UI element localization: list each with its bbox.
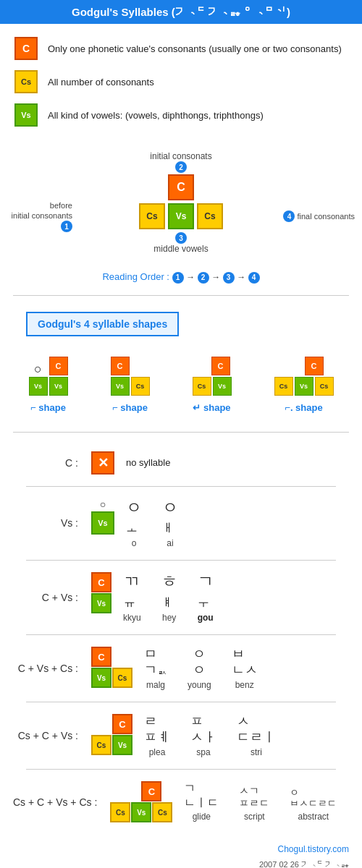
shape1-c: C (49, 357, 68, 375)
example-c-vs: C + Vs : C Vs ㄲㅠ kkyu ㅎㅒ hey ㄱㅜ gou (13, 565, 349, 630)
diagram-top-label: initial consonats 2 (150, 151, 211, 173)
cvscs-c-box: C (91, 647, 111, 667)
c-box: C (14, 37, 38, 60)
legend-item-cs: Cs All number of consonants (14, 70, 348, 93)
cscvs-c-box: C (112, 714, 132, 734)
cs-description: All number of consonants (48, 77, 154, 88)
cvscs-vs-box: Vs (91, 668, 111, 688)
page-header: Godgul's Syllables (ᄀᆞᄃᄀᆞᇙ ᄋᆞᄆᆡ) (0, 0, 362, 24)
shape-1: ○ Vs C Vs ⌐ shape (29, 357, 68, 413)
shape4-empty (285, 357, 303, 375)
vs-samples: ㅇㅗ o ㅇㅐ ai (126, 498, 178, 549)
shape2-label: ⌐ shape (112, 402, 148, 413)
cvscs-samples: ㅁㄱᆳ malg ㅇㅇ young ㅂㄴㅅ benz (144, 647, 258, 690)
ex-cvs-label: C + Vs : (13, 592, 78, 603)
diagram-center: initial consonats 2 C beforeinitial cons… (80, 151, 282, 254)
vs-only-circle: ○ (100, 498, 106, 511)
vs-sample-ai: ㅇㅐ ai (162, 498, 178, 549)
legend-section: C Only one phonetic value's consonants (… (0, 24, 362, 144)
page-title: Godgul's Syllables (ᄀᆞᄃᄀᆞᇙ ᄋᆞᄆᆡ) (72, 6, 290, 18)
diagram-vs-center: Vs (168, 203, 194, 229)
vs-description: All kind of vowels: (vowels, diphthongs,… (48, 110, 264, 121)
examples-section: C : ✕ no syllable Vs : ○ Vs ㅇㅗ o ㅇㅐ a (0, 437, 362, 838)
footer-date: 2007 02 26 ᄀᆞᄃᄀᆞᇙ (0, 859, 362, 868)
shape3-label: ↵ shape (193, 402, 230, 413)
ex-c-label: C : (13, 457, 78, 469)
cscvscs-sample-script: ㅅㄱㅍㄹㄷ script (239, 785, 269, 822)
cvscs-sample-young: ㅇㅇ young (188, 647, 211, 690)
cvscs-sample-malg: ㅁㄱᆳ malg (144, 647, 167, 690)
cvs-sample-kkyu: ㄲㅠ kkyu (123, 572, 141, 623)
cscvs-samples: ㄹㅍㅖ plea ㅍㅅㅏ spa ㅅㄷㄹㅣ stri (144, 714, 276, 757)
reading-order: Reading Order : 1 → 2 → 3 → 4 (0, 261, 362, 291)
example-cs-c-vs: Cs + C + Vs : C Cs Vs ㄹㅍㅖ plea ㅍㅅㅏ (13, 707, 349, 765)
legend-item-vs: Vs All kind of vowels: (vowels, diphthon… (14, 103, 348, 127)
diagram-c-box: C (168, 174, 194, 200)
circle-2: 2 (175, 161, 187, 173)
diagram-cs-left: Cs (139, 203, 165, 229)
legend-item-c: C Only one phonetic value's consonants (… (14, 37, 348, 60)
cs-box: Cs (14, 70, 38, 93)
example-cs-c-vs-cs: Cs + C + Vs + Cs : C Cs Vs Cs ㄱㄴㅣㄷ glide (13, 774, 349, 830)
diagram-right-label: 4 final consonants (283, 210, 355, 222)
cvs-c-box: C (91, 572, 111, 592)
shape4-label: ⌐. shape (285, 402, 322, 413)
shape-4: C Cs Vs Cs ⌐. shape (274, 357, 334, 413)
cvscs-cs-box: Cs (112, 668, 132, 688)
diagram-cs-right: Cs (197, 203, 223, 229)
example-c-only: C : ✕ no syllable (13, 444, 349, 482)
divider-2 (13, 432, 349, 433)
shape-3: C Cs Vs ↵ shape (193, 357, 232, 413)
shape4-c: C (305, 357, 324, 375)
shape2-cs: Cs (131, 377, 150, 396)
ex-c-note: no syllable (126, 457, 170, 468)
shape1-vs-left: Vs (29, 377, 48, 396)
divider-1 (13, 295, 349, 296)
cscvs-sample-stri: ㅅㄷㄹㅣ stri (237, 714, 276, 757)
shapes-section-header-container: Godgul's 4 syllable shapes (0, 300, 362, 357)
shape4-vs: Vs (295, 377, 313, 396)
cscvs-sample-plea: ㄹㅍㅖ plea (144, 714, 170, 757)
vs-sample-o: ㅇㅗ o (126, 498, 142, 549)
shapes-section-header: Godgul's 4 syllable shapes (26, 312, 179, 336)
cscvscs-sample-glide: ㄱㄴㅣㄷ glide (184, 781, 219, 821)
divider-5 (26, 634, 336, 635)
shape3-vs: Vs (213, 377, 232, 396)
cscvs-cs-box: Cs (91, 735, 111, 755)
footer-link[interactable]: Chogul.tistory.com (0, 837, 362, 859)
ex-vs-label: Vs : (13, 517, 78, 529)
cscvscs-samples: ㄱㄴㅣㄷ glide ㅅㄱㅍㄹㄷ script ㅇㅂㅅㄷㄹㄷ abstract (184, 781, 337, 821)
cvs-samples: ㄲㅠ kkyu ㅎㅒ hey ㄱㅜ gou (123, 572, 214, 623)
cscvscs-c-box: C (141, 781, 161, 801)
ex-cvscs-label: C + Vs + Cs : (13, 663, 78, 674)
c-description: Only one phonetic value's consonants (us… (48, 43, 342, 54)
cvs-sample-gou: ㄱㅜ gou (198, 572, 214, 623)
shape3-cs-left: Cs (193, 377, 211, 396)
shape2-vs: Vs (111, 377, 130, 396)
divider-4 (26, 560, 336, 561)
shape1-circle: ○ (34, 362, 42, 375)
divider-6 (26, 702, 336, 702)
ex-cscvscs-label: Cs + C + Vs + Cs : (13, 796, 97, 808)
cvs-sample-hey: ㅎㅒ hey (161, 572, 177, 623)
cscvscs-vs-box: Vs (131, 802, 151, 822)
vs-only-vs-box: Vs (91, 511, 114, 535)
diagram-middle-row: beforeinitial consonants 1 Cs Vs Cs 4 fi… (80, 203, 282, 229)
shape4-cs-right: Cs (315, 377, 334, 396)
shape2-c: C (111, 357, 130, 375)
cscvscs-sample-abstract: ㅇㅂㅅㄷㄹㄷ abstract (290, 787, 337, 822)
example-vs-only: Vs : ○ Vs ㅇㅗ o ㅇㅐ ai (13, 491, 349, 556)
divider-3 (26, 486, 336, 487)
cscvscs-cs-left: Cs (110, 802, 130, 822)
example-c-vs-cs: C + Vs + Cs : C Vs Cs ㅁㄱᆳ malg ㅇㅇ young (13, 639, 349, 697)
shape4-cs-left: Cs (274, 377, 293, 396)
ex-cscvs-label: Cs + C + Vs : (13, 730, 78, 741)
shape3-c: C (211, 357, 230, 375)
cscvscs-cs-right: Cs (152, 802, 172, 822)
cscvs-sample-spa: ㅍㅅㅏ spa (190, 714, 216, 757)
divider-7 (26, 769, 336, 770)
shapes-grid: ○ Vs C Vs ⌐ shape C Vs Cs ⌐ shape C (0, 357, 362, 427)
cvscs-sample-benz: ㅂㄴㅅ benz (232, 647, 258, 690)
diagram-left-label: beforeinitial consonants 1 (0, 200, 72, 233)
vs-box: Vs (14, 103, 38, 127)
